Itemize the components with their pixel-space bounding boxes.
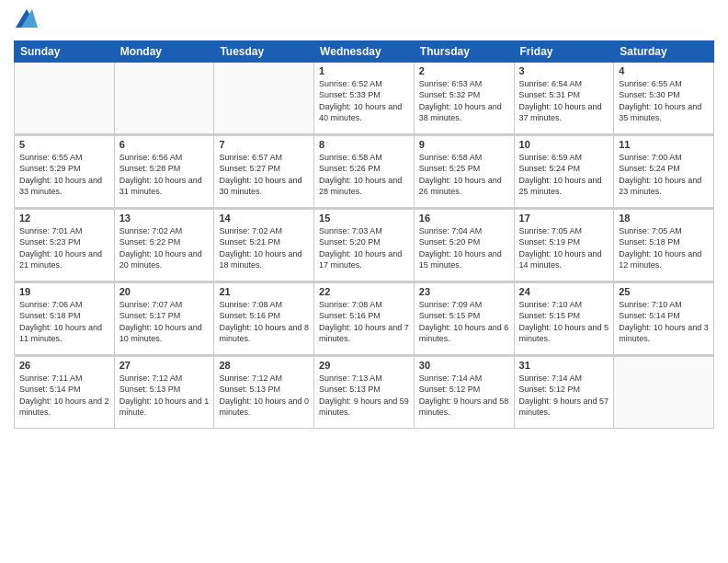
weekday-header-friday: Friday (514, 40, 614, 62)
day-number: 27 (119, 360, 210, 371)
day-detail: Sunrise: 6:52 AMSunset: 5:33 PMDaylight:… (319, 78, 409, 124)
day-detail: Sunrise: 6:53 AMSunset: 5:32 PMDaylight:… (419, 78, 509, 124)
calendar-cell: 5Sunrise: 6:55 AMSunset: 5:29 PMDaylight… (15, 135, 115, 207)
calendar-cell (614, 356, 714, 428)
day-detail: Sunrise: 7:04 AMSunset: 5:20 PMDaylight:… (419, 225, 509, 271)
day-number: 7 (219, 139, 309, 150)
day-detail: Sunrise: 6:54 AMSunset: 5:31 PMDaylight:… (519, 78, 609, 124)
day-number: 2 (419, 65, 509, 76)
day-number: 31 (519, 360, 609, 371)
calendar-cell: 26Sunrise: 7:11 AMSunset: 5:14 PMDayligh… (15, 356, 115, 428)
calendar-cell: 10Sunrise: 6:59 AMSunset: 5:24 PMDayligh… (514, 135, 614, 207)
day-detail: Sunrise: 7:10 AMSunset: 5:15 PMDaylight:… (519, 299, 609, 345)
day-number: 21 (219, 286, 309, 297)
day-detail: Sunrise: 7:01 AMSunset: 5:23 PMDaylight:… (19, 225, 109, 271)
calendar-week-row: 1Sunrise: 6:52 AMSunset: 5:33 PMDaylight… (15, 62, 714, 133)
calendar-cell: 1Sunrise: 6:52 AMSunset: 5:33 PMDaylight… (314, 62, 415, 133)
day-detail: Sunrise: 6:58 AMSunset: 5:26 PMDaylight:… (319, 152, 409, 198)
day-number: 14 (219, 213, 309, 224)
calendar-cell (114, 62, 214, 133)
day-number: 15 (319, 213, 409, 224)
weekday-header-tuesday: Tuesday (214, 40, 314, 62)
calendar-cell: 2Sunrise: 6:53 AMSunset: 5:32 PMDaylight… (414, 62, 514, 133)
weekday-header-sunday: Sunday (15, 40, 115, 62)
calendar-week-row: 19Sunrise: 7:06 AMSunset: 5:18 PMDayligh… (15, 282, 714, 354)
calendar-cell: 11Sunrise: 7:00 AMSunset: 5:24 PMDayligh… (614, 135, 714, 207)
day-number: 9 (419, 139, 509, 150)
calendar-cell (214, 62, 314, 133)
day-detail: Sunrise: 7:14 AMSunset: 5:12 PMDaylight:… (519, 373, 609, 419)
day-number: 25 (619, 286, 709, 297)
day-detail: Sunrise: 7:02 AMSunset: 5:22 PMDaylight:… (119, 225, 210, 271)
calendar-cell (15, 62, 115, 133)
day-number: 28 (219, 360, 309, 371)
day-number: 5 (19, 139, 109, 150)
page: SundayMondayTuesdayWednesdayThursdayFrid… (0, 0, 728, 563)
day-detail: Sunrise: 7:02 AMSunset: 5:21 PMDaylight:… (219, 225, 309, 271)
day-detail: Sunrise: 6:59 AMSunset: 5:24 PMDaylight:… (519, 152, 609, 198)
day-detail: Sunrise: 6:55 AMSunset: 5:29 PMDaylight:… (19, 152, 109, 198)
calendar-cell: 9Sunrise: 6:58 AMSunset: 5:25 PMDaylight… (414, 135, 514, 207)
calendar-table: SundayMondayTuesdayWednesdayThursdayFrid… (14, 40, 714, 429)
day-detail: Sunrise: 7:14 AMSunset: 5:12 PMDaylight:… (419, 373, 509, 419)
day-detail: Sunrise: 7:07 AMSunset: 5:17 PMDaylight:… (119, 299, 210, 345)
day-number: 26 (19, 360, 109, 371)
calendar-cell: 17Sunrise: 7:05 AMSunset: 5:19 PMDayligh… (514, 209, 614, 281)
day-detail: Sunrise: 6:56 AMSunset: 5:28 PMDaylight:… (119, 152, 210, 198)
day-detail: Sunrise: 7:13 AMSunset: 5:13 PMDaylight:… (319, 373, 409, 419)
day-detail: Sunrise: 6:55 AMSunset: 5:30 PMDaylight:… (619, 78, 709, 124)
day-number: 13 (119, 213, 210, 224)
day-detail: Sunrise: 6:57 AMSunset: 5:27 PMDaylight:… (219, 152, 309, 198)
calendar-cell: 27Sunrise: 7:12 AMSunset: 5:13 PMDayligh… (114, 356, 214, 428)
calendar-cell: 16Sunrise: 7:04 AMSunset: 5:20 PMDayligh… (414, 209, 514, 281)
day-number: 18 (619, 213, 709, 224)
calendar-cell: 18Sunrise: 7:05 AMSunset: 5:18 PMDayligh… (614, 209, 714, 281)
calendar-cell: 8Sunrise: 6:58 AMSunset: 5:26 PMDaylight… (314, 135, 415, 207)
calendar-cell: 14Sunrise: 7:02 AMSunset: 5:21 PMDayligh… (214, 209, 314, 281)
calendar-cell: 15Sunrise: 7:03 AMSunset: 5:20 PMDayligh… (314, 209, 415, 281)
day-detail: Sunrise: 7:05 AMSunset: 5:19 PMDaylight:… (519, 225, 609, 271)
day-number: 10 (519, 139, 609, 150)
day-detail: Sunrise: 7:10 AMSunset: 5:14 PMDaylight:… (619, 299, 709, 345)
day-detail: Sunrise: 7:11 AMSunset: 5:14 PMDaylight:… (19, 373, 109, 419)
day-detail: Sunrise: 7:12 AMSunset: 5:13 PMDaylight:… (119, 373, 210, 419)
day-detail: Sunrise: 7:05 AMSunset: 5:18 PMDaylight:… (619, 225, 709, 271)
day-detail: Sunrise: 7:03 AMSunset: 5:20 PMDaylight:… (319, 225, 409, 271)
day-number: 22 (319, 286, 409, 297)
day-detail: Sunrise: 6:58 AMSunset: 5:25 PMDaylight:… (419, 152, 509, 198)
day-detail: Sunrise: 7:09 AMSunset: 5:15 PMDaylight:… (419, 299, 509, 345)
calendar-cell: 21Sunrise: 7:08 AMSunset: 5:16 PMDayligh… (214, 282, 314, 354)
calendar-cell: 20Sunrise: 7:07 AMSunset: 5:17 PMDayligh… (114, 282, 214, 354)
day-number: 20 (119, 286, 210, 297)
calendar-cell: 4Sunrise: 6:55 AMSunset: 5:30 PMDaylight… (614, 62, 714, 133)
calendar-cell: 22Sunrise: 7:08 AMSunset: 5:16 PMDayligh… (314, 282, 415, 354)
day-number: 1 (319, 65, 409, 76)
calendar-cell: 31Sunrise: 7:14 AMSunset: 5:12 PMDayligh… (514, 356, 614, 428)
weekday-header-monday: Monday (114, 40, 214, 62)
weekday-header-saturday: Saturday (614, 40, 714, 62)
calendar-cell: 6Sunrise: 6:56 AMSunset: 5:28 PMDaylight… (114, 135, 214, 207)
day-number: 16 (419, 213, 509, 224)
calendar-cell: 29Sunrise: 7:13 AMSunset: 5:13 PMDayligh… (314, 356, 415, 428)
day-number: 19 (19, 286, 109, 297)
day-detail: Sunrise: 7:08 AMSunset: 5:16 PMDaylight:… (319, 299, 409, 345)
day-number: 12 (19, 213, 109, 224)
day-detail: Sunrise: 7:06 AMSunset: 5:18 PMDaylight:… (19, 299, 109, 345)
day-number: 23 (419, 286, 509, 297)
weekday-header-row: SundayMondayTuesdayWednesdayThursdayFrid… (15, 40, 714, 62)
day-number: 4 (619, 65, 709, 76)
day-number: 29 (319, 360, 409, 371)
logo-icon (16, 9, 38, 28)
calendar-week-row: 26Sunrise: 7:11 AMSunset: 5:14 PMDayligh… (15, 356, 714, 428)
weekday-header-wednesday: Wednesday (314, 40, 415, 62)
calendar-cell: 12Sunrise: 7:01 AMSunset: 5:23 PMDayligh… (15, 209, 115, 281)
calendar-cell: 24Sunrise: 7:10 AMSunset: 5:15 PMDayligh… (514, 282, 614, 354)
calendar-cell: 3Sunrise: 6:54 AMSunset: 5:31 PMDaylight… (514, 62, 614, 133)
day-number: 8 (319, 139, 409, 150)
calendar-week-row: 5Sunrise: 6:55 AMSunset: 5:29 PMDaylight… (15, 135, 714, 207)
day-number: 30 (419, 360, 509, 371)
calendar-week-row: 12Sunrise: 7:01 AMSunset: 5:23 PMDayligh… (15, 209, 714, 281)
weekday-header-thursday: Thursday (414, 40, 514, 62)
calendar-cell: 28Sunrise: 7:12 AMSunset: 5:13 PMDayligh… (214, 356, 314, 428)
header (14, 9, 714, 33)
